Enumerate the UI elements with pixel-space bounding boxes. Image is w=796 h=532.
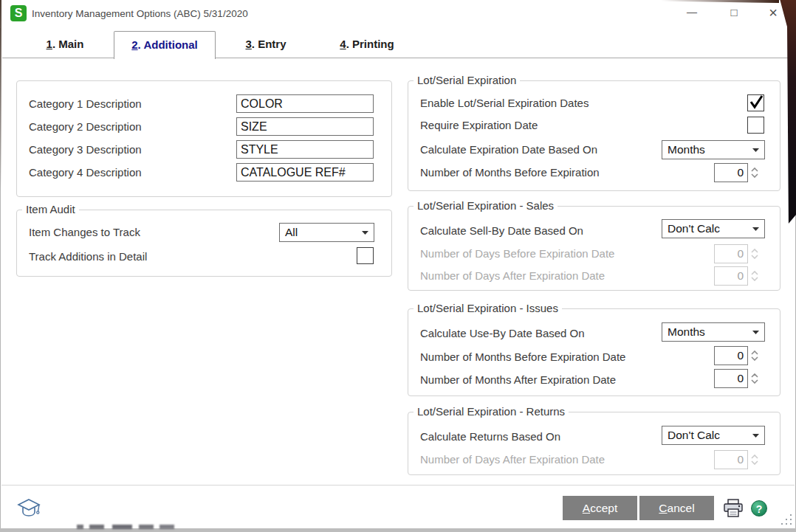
tab-printing-label: . Printing [346, 38, 394, 50]
minimize-button[interactable]: — [679, 2, 704, 24]
spin-down-icon [751, 173, 758, 178]
use-by-value: Months [668, 325, 705, 338]
lot-serial-expiration-group: Lot/Serial Expiration Enable Lot/Serial … [408, 80, 780, 191]
sales-group: Lot/Serial Expiration - Sales Calculate … [408, 206, 780, 291]
issues-months-after-spinner[interactable] [749, 369, 760, 388]
returns-calc-value: Don't Calc [668, 429, 720, 441]
background-window-artifact [77, 525, 174, 529]
maximize-button[interactable]: □ [721, 2, 747, 24]
categories-group: Category 1 Description Category 2 Descri… [16, 80, 392, 197]
checkmark-icon [748, 93, 764, 111]
returns-calc-dropdown[interactable]: Don't Calc [662, 426, 765, 445]
dark-background-right [778, 0, 796, 224]
item-changes-value: All [285, 226, 298, 238]
spin-up-icon [751, 249, 758, 253]
category-4-input[interactable] [236, 163, 374, 182]
sales-days-before-spin: 0 [714, 244, 748, 263]
category-2-input[interactable] [236, 117, 374, 136]
tab-main-hotkey: 1 [47, 38, 52, 50]
require-expiration-checkbox[interactable] [747, 117, 764, 134]
spin-up-icon [751, 350, 758, 355]
calc-expiration-label: Calculate Expiration Date Based On [420, 143, 597, 156]
issues-group: Lot/Serial Expiration - Issues Calculate… [408, 308, 780, 396]
sell-by-dropdown[interactable]: Don't Calc [662, 219, 765, 238]
inventory-options-window: S Inventory Management Options (ABC) 5/3… [0, 0, 796, 532]
tab-additional[interactable]: 2. Additional [114, 31, 216, 59]
accept-hotkey: A [583, 502, 590, 515]
title-bar: S Inventory Management Options (ABC) 5/3… [0, 0, 796, 28]
spin-up-icon [751, 373, 758, 378]
spin-up-icon [751, 167, 758, 172]
tab-entry[interactable]: 3. Entry [220, 31, 312, 58]
dark-background-left [0, 0, 1, 192]
issues-months-after-spin[interactable]: 0 [714, 369, 748, 388]
tab-main-label: . Main [52, 38, 84, 50]
sales-days-after-spin: 0 [714, 266, 748, 286]
track-additions-checkbox[interactable] [357, 247, 374, 264]
issues-months-before-spin[interactable]: 0 [714, 346, 748, 365]
sage-logo-icon: S [10, 5, 27, 21]
dropdown-arrow-icon [752, 434, 759, 438]
tab-additional-hotkey: 2 [131, 38, 137, 51]
use-by-dropdown[interactable]: Months [662, 322, 765, 342]
cancel-hotkey: C [659, 502, 667, 515]
graduation-cap-icon[interactable] [16, 497, 41, 519]
returns-days-after-label: Number of Days After Expiration Date [420, 453, 605, 466]
dropdown-arrow-icon [362, 231, 368, 235]
returns-group: Lot/Serial Expiration - Returns Calculat… [408, 412, 780, 475]
spin-down-icon [751, 356, 758, 361]
tab-entry-label: . Entry [252, 38, 287, 50]
spin-down-icon [751, 460, 758, 465]
cancel-label: ancel [668, 502, 695, 515]
sales-days-before-label: Number of Days Before Expiration Date [420, 247, 614, 260]
dropdown-arrow-icon [752, 331, 759, 334]
sales-days-after-spinner [749, 266, 760, 286]
accept-label: ccept [590, 502, 617, 515]
enable-expiration-label: Enable Lot/Serial Expiration Dates [420, 97, 589, 109]
issues-months-before-label: Number of Months Before Expiration Date [420, 350, 625, 363]
spin-down-icon [751, 255, 758, 259]
print-button[interactable] [723, 499, 744, 519]
returns-calc-label: Calculate Returns Based On [420, 430, 560, 443]
issues-title: Lot/Serial Expiration - Issues [414, 302, 562, 315]
category-4-label: Category 4 Description [29, 166, 142, 179]
sales-title: Lot/Serial Expiration - Sales [414, 199, 557, 213]
calc-expiration-value: Months [668, 143, 705, 156]
sell-by-label: Calculate Sell-By Date Based On [420, 224, 583, 237]
enable-expiration-checkbox[interactable] [747, 94, 764, 111]
spin-down-icon [751, 379, 758, 384]
category-3-input[interactable] [236, 140, 374, 159]
track-additions-label: Track Additions in Detail [29, 250, 147, 263]
sales-days-before-spinner [749, 244, 760, 263]
use-by-label: Calculate Use-By Date Based On [420, 327, 585, 339]
returns-days-after-spin: 0 [714, 450, 748, 469]
lot-serial-expiration-title: Lot/Serial Expiration [414, 74, 520, 87]
returns-days-after-spinner [749, 450, 760, 469]
require-expiration-label: Require Expiration Date [420, 119, 538, 131]
item-changes-label: Item Changes to Track [29, 226, 140, 238]
dropdown-arrow-icon [752, 227, 759, 231]
category-1-label: Category 1 Description [29, 97, 142, 110]
tab-main[interactable]: 1. Main [21, 31, 109, 58]
category-3-label: Category 3 Description [29, 143, 142, 156]
help-button[interactable]: ? [751, 500, 767, 517]
calc-expiration-dropdown[interactable]: Months [662, 140, 765, 159]
item-changes-dropdown[interactable]: All [279, 223, 374, 242]
issues-months-after-label: Number of Months After Expiration Date [420, 373, 616, 386]
cancel-button[interactable]: Cancel [639, 496, 714, 520]
months-before-expiration-spin[interactable]: 0 [714, 163, 748, 182]
returns-title: Lot/Serial Expiration - Returns [414, 405, 569, 418]
issues-months-before-spinner[interactable] [749, 346, 760, 365]
spin-up-icon [751, 271, 758, 275]
tab-entry-hotkey: 3 [245, 38, 251, 50]
question-mark-icon: ? [756, 503, 763, 515]
accept-button[interactable]: Accept [563, 496, 637, 520]
item-audit-group: Item Audit Item Changes to Track All Tra… [16, 210, 392, 277]
tab-printing[interactable]: 4. Printing [316, 31, 418, 58]
months-before-expiration-spinner[interactable] [749, 163, 760, 182]
category-1-input[interactable] [236, 94, 374, 113]
resize-grip[interactable] [781, 514, 793, 526]
dropdown-arrow-icon [752, 148, 759, 152]
spin-up-icon [751, 455, 758, 459]
sales-days-after-label: Number of Days After Expiration Date [420, 269, 605, 282]
